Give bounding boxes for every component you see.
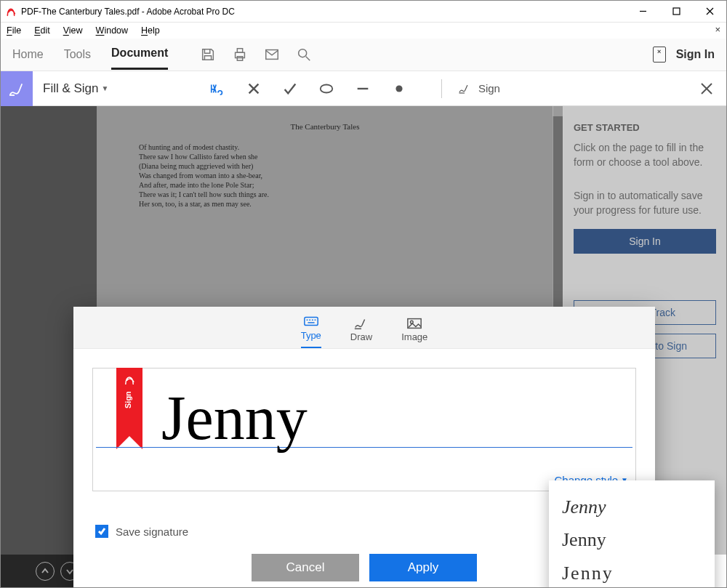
prev-page-button[interactable]: [36, 562, 55, 581]
signature-preview-box[interactable]: Sign Jenny Change style ▼: [92, 368, 636, 491]
window-controls: [626, 1, 726, 23]
sign-here-ribbon: Sign: [116, 368, 142, 436]
mobile-link-icon[interactable]: [653, 47, 666, 63]
menubar-close-icon[interactable]: ×: [715, 24, 720, 35]
ribbon-label: Sign: [124, 391, 132, 408]
menu-edit[interactable]: Edit: [34, 25, 50, 36]
svg-rect-5: [238, 49, 243, 53]
tab-tools[interactable]: Tools: [64, 41, 91, 69]
window-title: PDF-The Canterbury Tales.pdf - Adobe Acr…: [21, 7, 235, 17]
panel-heading: GET STARTED: [563, 106, 726, 137]
minimize-button[interactable]: [626, 1, 659, 23]
panel-text-2: Sign in to automatically save your progr…: [563, 185, 726, 220]
svg-point-8: [299, 49, 307, 57]
sign-label: Sign: [478, 82, 500, 94]
close-window-button[interactable]: [693, 1, 726, 23]
acrobat-icon: [5, 6, 17, 17]
svg-rect-4: [236, 52, 245, 57]
signature-tab-type[interactable]: Type: [301, 315, 321, 348]
panel-text-1: Click on the page to fill in the form or…: [563, 137, 726, 172]
style-option-1[interactable]: Jenny: [549, 495, 715, 520]
signature-text: Jenny: [161, 368, 308, 469]
svg-point-14: [395, 85, 402, 92]
signature-tab-image[interactable]: Image: [401, 317, 427, 348]
cancel-button[interactable]: Cancel: [252, 554, 359, 581]
menu-help[interactable]: Help: [141, 25, 160, 36]
apply-button[interactable]: Apply: [369, 554, 477, 581]
style-option-2[interactable]: Jenny: [549, 528, 715, 552]
add-dot-tool[interactable]: [390, 80, 408, 97]
app-window: PDF-The Canterbury Tales.pdf - Adobe Acr…: [0, 0, 727, 588]
signature-style-menu: Jenny Jenny Jenny Jenny: [549, 480, 715, 587]
save-signature-checkbox[interactable]: [95, 525, 108, 538]
signature-tab-bar: Type Draw Image: [73, 307, 655, 349]
add-circle-tool[interactable]: [318, 80, 335, 97]
panel-signin-button[interactable]: Sign In: [574, 229, 716, 254]
sign-in-link[interactable]: Sign In: [676, 48, 715, 61]
signature-tab-draw[interactable]: Draw: [350, 317, 372, 348]
svg-rect-6: [238, 57, 243, 61]
fill-sign-dropdown[interactable]: Fill & Sign▼: [43, 81, 108, 96]
menu-file[interactable]: File: [7, 25, 21, 36]
close-toolbar-button[interactable]: [700, 82, 713, 95]
add-line-tool[interactable]: [354, 80, 371, 97]
sign-in-area: Sign In: [653, 47, 715, 63]
svg-rect-27: [305, 318, 318, 326]
fill-sign-icon[interactable]: [1, 71, 33, 106]
fill-sign-label: Fill & Sign: [43, 81, 99, 96]
save-signature-label: Save signature: [116, 525, 188, 538]
add-x-tool[interactable]: [245, 80, 262, 97]
menu-view[interactable]: View: [63, 25, 83, 36]
fill-sign-toolbar: Fill & Sign▼ Sign: [1, 71, 726, 106]
tab-draw-label: Draw: [350, 331, 372, 342]
maximize-button[interactable]: [659, 1, 693, 23]
menu-window[interactable]: Window: [96, 25, 128, 36]
print-icon[interactable]: [232, 47, 248, 63]
svg-line-9: [306, 57, 310, 61]
chevron-down-icon: ▼: [102, 84, 109, 92]
tab-home[interactable]: Home: [12, 41, 44, 69]
add-check-tool[interactable]: [281, 80, 299, 97]
menu-bar: File Edit View Window Help ×: [1, 23, 726, 39]
search-icon[interactable]: [296, 47, 312, 63]
save-icon[interactable]: [200, 47, 216, 63]
svg-point-12: [321, 84, 333, 92]
content-area: The Canterbury Tales Of hunting and of m…: [1, 106, 726, 587]
title-bar: PDF-The Canterbury Tales.pdf - Adobe Acr…: [1, 1, 726, 23]
tab-type-label: Type: [301, 330, 321, 341]
primary-tab-bar: Home Tools Document Sign In: [1, 39, 726, 71]
tab-document[interactable]: Document: [111, 39, 168, 70]
fill-sign-tools: Sign: [209, 79, 500, 98]
tab-image-label: Image: [401, 331, 427, 342]
style-option-3[interactable]: Jenny: [549, 561, 715, 586]
svg-rect-1: [673, 8, 680, 15]
sign-dropdown[interactable]: Sign: [441, 79, 500, 98]
email-icon[interactable]: [264, 47, 280, 63]
add-text-tool[interactable]: [209, 80, 226, 97]
